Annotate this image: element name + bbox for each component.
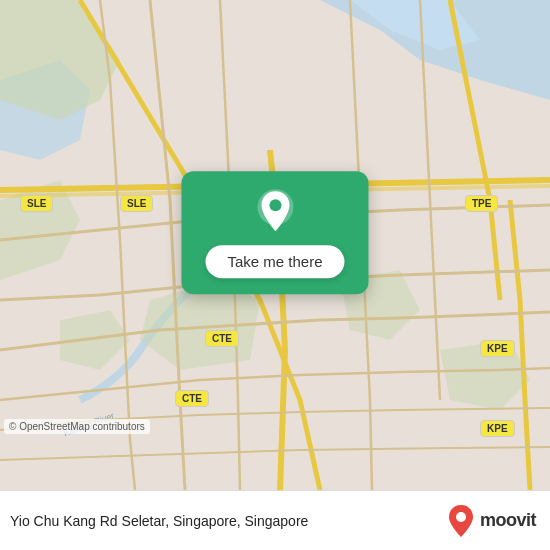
moovit-text-label: moovit xyxy=(480,510,536,531)
location-card: Take me there xyxy=(181,171,368,294)
road-badge-cte: CTE xyxy=(205,330,239,347)
map-container: Kallang River Seletar Rd xyxy=(0,0,550,490)
location-pin-icon xyxy=(251,187,299,235)
road-badge-sle: SLE xyxy=(20,195,53,212)
road-badge-kpe2: KPE xyxy=(480,420,515,437)
road-badge-kpe: KPE xyxy=(480,340,515,357)
svg-point-6 xyxy=(456,512,466,522)
moovit-pin-icon xyxy=(446,503,476,539)
road-badge-cte2: CTE xyxy=(175,390,209,407)
moovit-logo: moovit xyxy=(446,503,536,539)
svg-point-5 xyxy=(269,199,281,211)
road-badge-sle2: SLE xyxy=(120,195,153,212)
location-label: Yio Chu Kang Rd Seletar, Singapore, Sing… xyxy=(10,513,308,529)
copyright-text: © OpenStreetMap contributors xyxy=(4,419,150,434)
road-badge-tpe: TPE xyxy=(465,195,498,212)
take-me-there-button[interactable]: Take me there xyxy=(205,245,344,278)
bottom-bar: Yio Chu Kang Rd Seletar, Singapore, Sing… xyxy=(0,490,550,550)
